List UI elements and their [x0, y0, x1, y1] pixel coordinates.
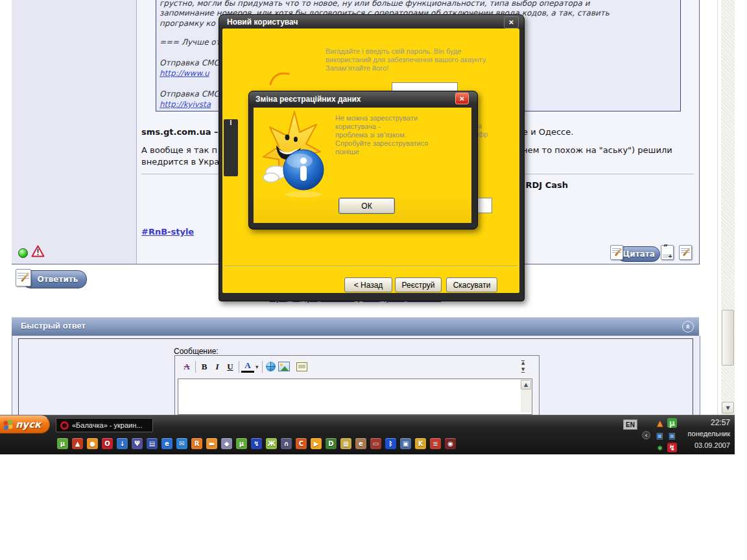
internet-explorer-icon[interactable]: e — [161, 438, 172, 449]
report-warning-icon[interactable] — [31, 245, 45, 257]
message-label: Сообщение: — [174, 347, 219, 356]
wizard-instruction: Запам’ятайте його! — [326, 64, 388, 72]
message-textarea[interactable] — [178, 379, 532, 415]
flame-app-icon[interactable]: ▲ — [72, 438, 83, 449]
utorrent-icon[interactable]: µ — [57, 438, 68, 449]
keys-icon[interactable]: K — [415, 438, 426, 449]
nero-icon[interactable]: C — [296, 438, 307, 449]
ok-button[interactable]: ОК — [338, 198, 395, 214]
page-edge — [717, 0, 718, 415]
quote-line: програмку ко — [160, 19, 215, 28]
reply-button[interactable]: Ответить — [22, 270, 87, 288]
quote-button-icon[interactable] — [610, 245, 623, 260]
back-button[interactable]: < Назад — [344, 277, 392, 292]
tv-tuner-icon[interactable]: ▭ — [370, 438, 381, 449]
post-text-fragment: внедрится в Укра — [141, 157, 219, 167]
insert-image-icon[interactable] — [278, 360, 290, 373]
dragon-icon[interactable]: D — [326, 438, 337, 449]
quote-line: грустно, могли бы придумать что то новое… — [160, 0, 589, 8]
flame-arrow-icon[interactable]: ▶ — [311, 438, 322, 449]
italic-icon[interactable]: I — [211, 360, 224, 373]
psi-icon[interactable]: Ψ — [132, 438, 143, 449]
font-color-icon[interactable]: A — [241, 361, 254, 373]
emule-icon[interactable]: e — [355, 438, 366, 449]
wizard-text-fragment: а — [478, 122, 482, 130]
my-computer-icon[interactable]: ▣ — [400, 438, 411, 449]
clock-weekday: понедельник — [668, 430, 730, 438]
outlook-express-icon[interactable]: ✉ — [176, 438, 187, 449]
download-master-icon[interactable]: ↓ — [117, 438, 128, 449]
orange-suite-icon[interactable]: R — [191, 438, 202, 449]
signature-link[interactable]: #RnB-style — [141, 227, 194, 237]
wizard-instruction: використаний для забезпечення вашого ака… — [326, 56, 487, 64]
utorrent-2-icon[interactable]: µ — [236, 438, 247, 449]
browser-scroll-down-button[interactable]: ▼ — [722, 402, 734, 414]
desktop: грустно, могли бы придумать что то новое… — [0, 0, 747, 560]
network-1-icon[interactable]: ▣ — [655, 430, 665, 440]
lightning-blue-icon[interactable]: ↯ — [251, 438, 262, 449]
headphones-icon[interactable]: ∩ — [281, 438, 292, 449]
bold-icon[interactable]: B — [198, 360, 211, 373]
language-indicator[interactable]: EN — [623, 419, 637, 430]
balachka-icon — [60, 421, 69, 430]
flame-tray-icon[interactable]: ▲ — [655, 418, 665, 428]
browser-scrollbar-thumb[interactable] — [722, 310, 734, 366]
textarea-scroll-up-button[interactable]: ▲ — [521, 380, 531, 390]
font-color-dropdown-icon[interactable]: ▾ — [255, 364, 259, 370]
cancel-button[interactable]: Скасувати — [446, 277, 497, 292]
covered-panel-fragment: І — [230, 119, 232, 126]
resize-down-icon[interactable]: ▼ — [521, 368, 525, 373]
reply-button-icon[interactable] — [16, 269, 31, 286]
folder-orange-icon[interactable]: ▬ — [206, 438, 217, 449]
quote-link[interactable]: http://kyivsta — [160, 100, 211, 109]
error-dialog-close-button[interactable]: ✕ — [455, 93, 469, 104]
icq-flower-icon[interactable]: ∗ — [655, 443, 665, 452]
insert-link-icon[interactable] — [265, 360, 278, 373]
editor-toolbar: A B I U A ▾ — [180, 360, 309, 373]
floppy-icon[interactable]: ▤ — [147, 438, 158, 449]
collapse-panel-icon[interactable]: « — [682, 321, 694, 332]
bluetooth-icon[interactable]: ᛒ — [385, 438, 396, 449]
clock-date: 03.09.2007 — [668, 441, 730, 449]
wizard-close-button[interactable]: ✕ — [504, 16, 519, 29]
opera-icon[interactable]: O — [102, 438, 113, 449]
multiquote-icon[interactable]: ”+ — [661, 245, 674, 260]
collapse-glyph: « — [683, 324, 693, 329]
underline-icon[interactable]: U — [224, 360, 237, 373]
resize-up-icon[interactable]: ▲ — [521, 360, 525, 366]
tray-collapse-button[interactable]: ‹ — [642, 431, 650, 439]
screenshot-tool-icon[interactable]: ▦ — [340, 438, 351, 449]
winrar-icon[interactable]: ≡ — [430, 438, 441, 449]
start-button[interactable]: пуск — [0, 415, 50, 434]
orange-ball-icon[interactable]: ● — [87, 438, 98, 449]
textarea-scrollbar[interactable]: ▲ — [521, 380, 531, 412]
ok-button-label: ОК — [361, 202, 372, 211]
editor-resize-control[interactable]: ▲ ▼ — [521, 360, 525, 373]
error-message: Спробуйте зареєструватися — [335, 139, 428, 147]
quick-reply-title: Быстрый ответ — [21, 321, 86, 331]
error-message: пізніше — [335, 148, 359, 156]
language-label: EN — [626, 421, 635, 428]
quote-button[interactable]: Цитата — [617, 246, 660, 262]
butterfly-icon[interactable]: Ж — [266, 438, 277, 449]
post-text-fragment: е и Одессе. — [523, 127, 573, 137]
quick-launch-bar: µ▲●O↓Ψ▤e✉R▬◆µ↯Ж∩C▶D▦e▭ᛒ▣K≡◉ — [57, 438, 456, 449]
register-button[interactable]: Реєструй — [395, 277, 442, 292]
quote-link[interactable]: http://www.u — [160, 69, 209, 78]
clock-time[interactable]: 22:57 — [674, 418, 730, 427]
quick-reply-header — [12, 317, 699, 336]
task-button-label: «Балачка» - украин... — [72, 421, 142, 429]
post-text-fragment: А вообще я так п — [141, 145, 217, 155]
forum-post-user-column — [12, 0, 137, 264]
insert-quote-icon[interactable] — [296, 360, 309, 373]
taskbar-task-balachka[interactable]: «Балачка» - украин... — [56, 418, 153, 432]
error-message: Не можна зареєструвати — [335, 114, 418, 122]
shield-icon[interactable]: ◆ — [221, 438, 232, 449]
post-text-fragment: чем то похож на "аську") решили — [523, 145, 672, 155]
opera-dark-icon[interactable]: ◉ — [445, 438, 456, 449]
error-message: користувача - — [335, 122, 381, 130]
edit-post-icon[interactable] — [679, 245, 692, 260]
mascot-info-icon — [257, 110, 329, 198]
wizard-mascot-fragment — [269, 69, 291, 86]
remove-format-icon[interactable]: A — [180, 360, 193, 373]
